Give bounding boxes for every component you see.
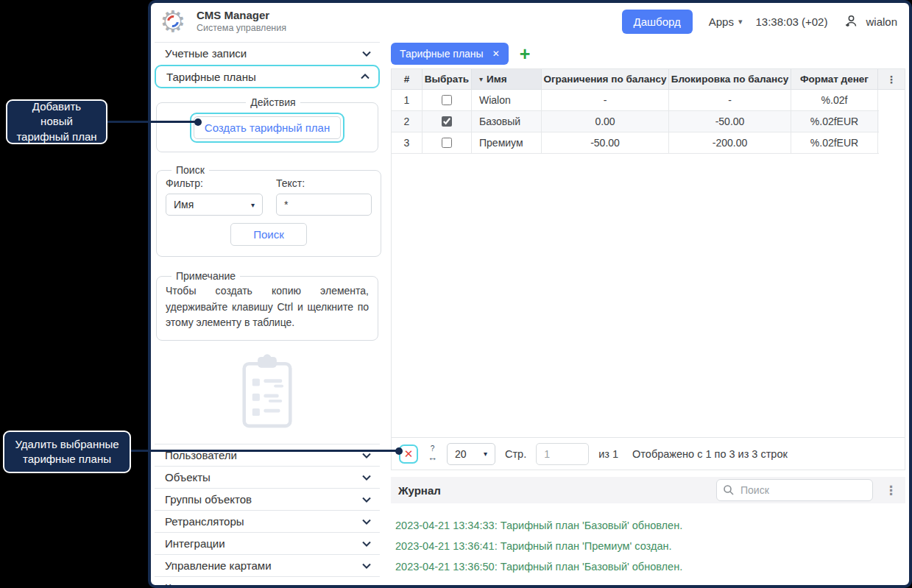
- journal-title: Журнал: [398, 484, 441, 497]
- rows-summary: Отображено с 1 по 3 из 3 строк: [632, 448, 788, 460]
- search-legend: Поиск: [172, 164, 209, 176]
- search-text-input[interactable]: [276, 194, 372, 216]
- table-row[interactable]: 1 Wialon - - %.02f: [392, 90, 879, 111]
- tab-tariff-plans[interactable]: Тарифные планы ✕: [391, 43, 509, 65]
- chevron-down-icon: [362, 563, 371, 569]
- table-header: # Выбрать ▾ Имя Ограничения по балансу Б…: [392, 69, 905, 90]
- filter-select[interactable]: Имя ▾: [166, 194, 263, 216]
- row-format: %.02f: [791, 90, 878, 110]
- row-name: Премиум: [472, 132, 542, 153]
- user-icon: [844, 14, 858, 29]
- callout-delete-connector-dot: [395, 447, 403, 455]
- chevron-down-icon: [362, 497, 371, 503]
- row-check-cell: [423, 90, 472, 110]
- chevron-down-icon: ▾: [484, 450, 487, 458]
- search-icon: [723, 484, 735, 496]
- callout-add-connector-dot: [194, 118, 202, 126]
- page-of-label: из 1: [598, 448, 618, 460]
- log-entry: 2023-04-21 13:36:50: Тарифный план 'Базо…: [395, 556, 901, 577]
- sidebar-item[interactable]: Ретрансляторы: [155, 510, 380, 532]
- row-block: -: [669, 90, 791, 110]
- column-header-check[interactable]: Выбрать: [423, 69, 472, 89]
- create-button-highlight: Создать тарифный план: [190, 113, 344, 143]
- callout-add-connector-line: [107, 121, 197, 123]
- clock: 13:38:03 (+02): [755, 15, 827, 28]
- callout-delete-connector-line: [131, 450, 399, 452]
- column-header-num[interactable]: #: [392, 69, 423, 89]
- add-tab-icon[interactable]: +: [520, 45, 531, 63]
- row-limit: 0.00: [542, 111, 669, 132]
- app-title-block: CMS Manager Система управления: [197, 9, 286, 34]
- row-checkbox[interactable]: [442, 116, 452, 127]
- create-tariff-plan-button[interactable]: Создать тарифный план: [194, 116, 341, 139]
- page-size-select[interactable]: 20 ▾: [447, 443, 495, 465]
- journal-search-input[interactable]: [716, 479, 873, 501]
- note-group: Примечание Чтобы создать копию элемента,…: [156, 270, 378, 341]
- sidebar-item[interactable]: Группы объектов: [155, 488, 380, 510]
- app-title: CMS Manager: [197, 9, 286, 23]
- row-format: %.02fEUR: [791, 111, 878, 132]
- column-header-format[interactable]: Формат денег: [791, 69, 878, 89]
- journal-search: [716, 479, 873, 501]
- journal-panel: Журнал ⋮ 2023-04-21 13:34:33: Тарифный п…: [391, 477, 905, 588]
- tab-close-icon[interactable]: ✕: [492, 49, 500, 59]
- row-block: -50.00: [669, 111, 791, 132]
- actions-group: Действия Создать тарифный план: [156, 96, 378, 152]
- table-menu-kebab-icon[interactable]: ⋮: [878, 69, 905, 89]
- column-header-name[interactable]: ▾ Имя: [472, 69, 542, 89]
- sidebar-item-accounts[interactable]: Учетные записи: [155, 42, 380, 64]
- fit-columns-icon[interactable]: ? ↔: [428, 445, 437, 462]
- row-limit: -: [542, 90, 669, 110]
- filter-label: Фильтр:: [166, 177, 263, 189]
- row-name: Wialon: [472, 90, 542, 110]
- note-legend: Примечание: [172, 270, 240, 282]
- chevron-down-icon: ▾: [251, 201, 255, 209]
- row-format: %.02fEUR: [791, 132, 878, 153]
- main-content: Тарифные планы ✕ + # Выбрать ▾ Имя Огран…: [391, 43, 905, 588]
- username: wialon: [866, 15, 897, 28]
- table-row[interactable]: 3 Премиум -50.00 -200.00 %.02fEUR: [392, 132, 879, 154]
- sort-desc-icon: ▾: [479, 75, 483, 83]
- tab-label: Тарифные планы: [400, 48, 484, 60]
- log-entry: 2023-04-21 13:34:33: Тарифный план 'Базо…: [395, 515, 901, 536]
- sidebar: Учетные записи Тарифные планы Действия С…: [155, 42, 380, 588]
- pagination-bar: ✕ ? ↔ 20 ▾ Стр. из 1 Отображено с 1 по 3…: [392, 437, 905, 470]
- row-limit: -50.00: [542, 132, 669, 153]
- note-text: Чтобы создать копию элемента, удерживайт…: [166, 283, 369, 331]
- row-check-cell: [423, 111, 472, 132]
- sidebar-item[interactable]: Корзина: [155, 576, 380, 588]
- actions-legend: Действия: [246, 96, 300, 108]
- chevron-down-icon: ▾: [738, 17, 743, 26]
- search-group: Поиск Фильтр: Имя ▾ Текст: Поиск: [156, 164, 381, 257]
- tab-bar: Тарифные планы ✕ +: [391, 43, 905, 65]
- row-num: 1: [392, 90, 423, 110]
- table-row[interactable]: 2 Базовый 0.00 -50.00 %.02fEUR: [392, 111, 879, 132]
- page-number-input[interactable]: [536, 443, 589, 465]
- callout-delete-tariff: Удалить выбранные тарифные планы: [3, 431, 131, 473]
- filter-select-value: Имя: [174, 199, 194, 210]
- column-header-block[interactable]: Блокировка по балансу: [669, 69, 791, 89]
- sidebar-item[interactable]: Интеграции: [155, 532, 380, 554]
- delete-selected-icon[interactable]: ✕: [404, 448, 414, 459]
- user-box[interactable]: wialon: [844, 14, 897, 29]
- row-block: -200.00: [669, 132, 791, 153]
- page-size-value: 20: [455, 448, 467, 460]
- sidebar-item[interactable]: Пользователи: [155, 444, 380, 466]
- cms-manager-logo-icon: ⚙: [158, 7, 188, 36]
- clipboard-icon: [233, 350, 301, 432]
- table-panel: # Выбрать ▾ Имя Ограничения по балансу Б…: [391, 68, 905, 470]
- dashboard-button[interactable]: Дашборд: [622, 10, 693, 34]
- log-entry: 2023-04-21 13:36:41: Тарифный план 'Прем…: [395, 536, 901, 556]
- journal-menu-kebab-icon[interactable]: ⋮: [885, 483, 898, 498]
- sidebar-item[interactable]: Объекты: [155, 466, 380, 488]
- apps-menu[interactable]: Apps ▾: [709, 15, 743, 28]
- text-label: Текст:: [276, 177, 372, 189]
- sidebar-item-tariff-plans[interactable]: Тарифные планы: [155, 65, 380, 88]
- row-checkbox[interactable]: [442, 138, 452, 148]
- search-button[interactable]: Поиск: [230, 223, 307, 246]
- column-header-limit[interactable]: Ограничения по балансу: [542, 69, 669, 89]
- app-subtitle: Система управления: [197, 23, 286, 35]
- journal-log: 2023-04-21 13:34:33: Тарифный план 'Базо…: [391, 503, 905, 588]
- row-checkbox[interactable]: [442, 95, 452, 105]
- sidebar-item[interactable]: Управление картами: [155, 554, 380, 576]
